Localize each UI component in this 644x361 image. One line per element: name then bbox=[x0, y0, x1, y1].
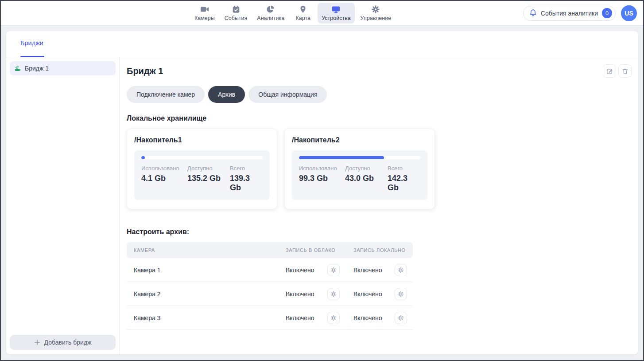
available-label: Доступно bbox=[187, 165, 230, 172]
app-header: Камеры События Аналитика Карта Устройств bbox=[1, 1, 643, 26]
column-header-cloud-recording: ЗАПИСЬ В ОБЛАКО bbox=[286, 247, 353, 253]
nav-item-analytics[interactable]: Аналитика bbox=[253, 3, 288, 24]
cloud-recording-status: Включено bbox=[286, 267, 314, 274]
storage-cards: /Накопитель1 Использовано 4.1 Gb bbox=[127, 129, 632, 209]
local-storage-heading: Локальное хранилище bbox=[127, 114, 632, 122]
storage-card-drive-1: /Накопитель1 Использовано 4.1 Gb bbox=[127, 129, 277, 209]
gear-icon bbox=[330, 291, 337, 297]
monitor-icon bbox=[332, 5, 340, 14]
analytics-events-label: События аналитики bbox=[541, 10, 598, 17]
nav-item-label: Карта bbox=[295, 15, 310, 21]
add-bridge-button[interactable]: Добавить бридж bbox=[10, 335, 116, 350]
bridge-item-label: Бридж 1 bbox=[25, 65, 49, 72]
used-label: Использовано bbox=[299, 165, 345, 172]
column-header-local-recording: ЗАПИСЬ ЛОКАЛЬНО bbox=[353, 247, 413, 253]
nav-item-label: Аналитика bbox=[257, 15, 284, 21]
gear-icon bbox=[398, 291, 404, 297]
sidebar-spacer bbox=[10, 75, 116, 335]
drive-usage-progress-fill bbox=[141, 156, 145, 159]
available-value: 43.0 Gb bbox=[345, 174, 388, 183]
local-recording-settings-button[interactable] bbox=[395, 312, 407, 324]
nav-item-management[interactable]: Управление bbox=[357, 3, 396, 24]
table-row-camera-3: Камера 3 Включено Включено bbox=[127, 306, 413, 330]
archive-table-header: КАМЕРА ЗАПИСЬ В ОБЛАКО ЗАПИСЬ ЛОКАЛЬНО bbox=[127, 242, 413, 258]
gear-icon bbox=[398, 267, 404, 273]
cloud-recording-status: Включено bbox=[286, 314, 314, 322]
gear-icon bbox=[330, 267, 337, 273]
camera-name: Камера 1 bbox=[127, 267, 286, 274]
add-bridge-label: Добавить бридж bbox=[44, 339, 92, 346]
edit-icon bbox=[606, 68, 613, 75]
total-label: Всего bbox=[388, 165, 420, 172]
edit-bridge-button[interactable] bbox=[603, 64, 616, 78]
page-background: Бриджи Бридж 1 Добавить бридж bbox=[1, 26, 643, 360]
local-recording-status: Включено bbox=[353, 267, 382, 274]
drive-usage-progressbar bbox=[141, 156, 263, 159]
configure-archive-heading: Настроить архив: bbox=[127, 228, 632, 236]
nav-item-events[interactable]: События bbox=[221, 3, 252, 24]
table-row-camera-2: Камера 2 Включено Включено bbox=[127, 282, 413, 306]
delete-bridge-button[interactable] bbox=[618, 64, 632, 78]
bridge-detail: Бридж 1 bbox=[120, 57, 638, 354]
available-value: 135.2 Gb bbox=[187, 174, 230, 183]
events-count-badge: 0 bbox=[602, 8, 612, 18]
table-row-camera-1: Камера 1 Включено Включено bbox=[127, 258, 413, 282]
nav-item-cameras[interactable]: Камеры bbox=[190, 3, 219, 24]
main-nav: Камеры События Аналитика Карта Устройств bbox=[190, 1, 395, 25]
used-value: 4.1 Gb bbox=[141, 174, 187, 183]
tab-general-info[interactable]: Общая информация bbox=[248, 86, 327, 103]
map-pin-icon bbox=[299, 5, 306, 14]
drive-usage-progress-fill bbox=[299, 156, 384, 159]
cloud-recording-settings-button[interactable] bbox=[327, 264, 340, 276]
plus-icon bbox=[34, 339, 40, 345]
nav-item-label: События bbox=[225, 15, 248, 21]
bridge-icon bbox=[14, 65, 21, 72]
available-label: Доступно bbox=[345, 165, 388, 172]
cloud-recording-settings-button[interactable] bbox=[327, 288, 340, 300]
nav-item-label: Управление bbox=[361, 15, 392, 21]
used-label: Использовано bbox=[141, 165, 187, 172]
drive-name: /Накопитель2 bbox=[292, 136, 427, 144]
local-recording-settings-button[interactable] bbox=[395, 264, 407, 276]
header-right: События аналитики 0 US bbox=[523, 5, 637, 21]
total-value: 139.3 Gb bbox=[230, 174, 263, 192]
tab-active-underline bbox=[20, 56, 44, 57]
content-panel: Бриджи Бридж 1 Добавить бридж bbox=[6, 31, 638, 354]
tab-camera-connection[interactable]: Подключение камер bbox=[127, 86, 205, 103]
column-header-camera: КАМЕРА bbox=[127, 247, 286, 253]
local-recording-settings-button[interactable] bbox=[395, 288, 407, 300]
trash-icon bbox=[622, 68, 628, 75]
total-value: 142.3 Gb bbox=[388, 174, 420, 192]
drive-name: /Накопитель1 bbox=[134, 136, 270, 144]
local-recording-status: Включено bbox=[353, 314, 382, 322]
user-avatar[interactable]: US bbox=[621, 5, 637, 21]
bridges-sidebar: Бридж 1 Добавить бридж bbox=[6, 57, 120, 354]
drive-stats-box: Использовано 99.3 Gb Доступно 43.0 Gb Вс… bbox=[292, 150, 427, 200]
drive-usage-progressbar bbox=[299, 156, 420, 159]
nav-item-devices[interactable]: Устройства bbox=[318, 3, 354, 24]
nav-item-map[interactable]: Карта bbox=[290, 3, 316, 24]
calendar-check-icon bbox=[232, 5, 240, 14]
nav-item-label: Устройства bbox=[322, 15, 350, 21]
drive-stats-box: Использовано 4.1 Gb Доступно 135.2 Gb Вс… bbox=[134, 150, 270, 200]
used-value: 99.3 Gb bbox=[299, 174, 345, 183]
camera-icon bbox=[200, 5, 209, 14]
gear-icon bbox=[398, 315, 404, 321]
nav-item-label: Камеры bbox=[194, 15, 215, 21]
analytics-events-button[interactable]: События аналитики 0 bbox=[523, 6, 616, 21]
sidebar-item-bridge-1[interactable]: Бридж 1 bbox=[10, 61, 116, 75]
title-actions bbox=[603, 64, 632, 78]
bell-icon bbox=[529, 9, 537, 17]
cloud-recording-status: Включено bbox=[286, 290, 314, 298]
gear-icon bbox=[372, 5, 380, 14]
camera-name: Камера 2 bbox=[127, 290, 286, 298]
local-recording-status: Включено bbox=[353, 290, 382, 298]
bridge-section-tabs: Подключение камер Архив Общая информация bbox=[127, 86, 632, 103]
camera-name: Камера 3 bbox=[127, 314, 286, 322]
storage-card-drive-2: /Накопитель2 Использовано 99.3 Gb bbox=[284, 129, 435, 209]
pie-chart-icon bbox=[267, 5, 275, 14]
tab-archive[interactable]: Архив bbox=[208, 86, 245, 103]
cloud-recording-settings-button[interactable] bbox=[327, 312, 340, 324]
gear-icon bbox=[330, 315, 337, 321]
tab-bridges[interactable]: Бриджи bbox=[20, 39, 43, 47]
